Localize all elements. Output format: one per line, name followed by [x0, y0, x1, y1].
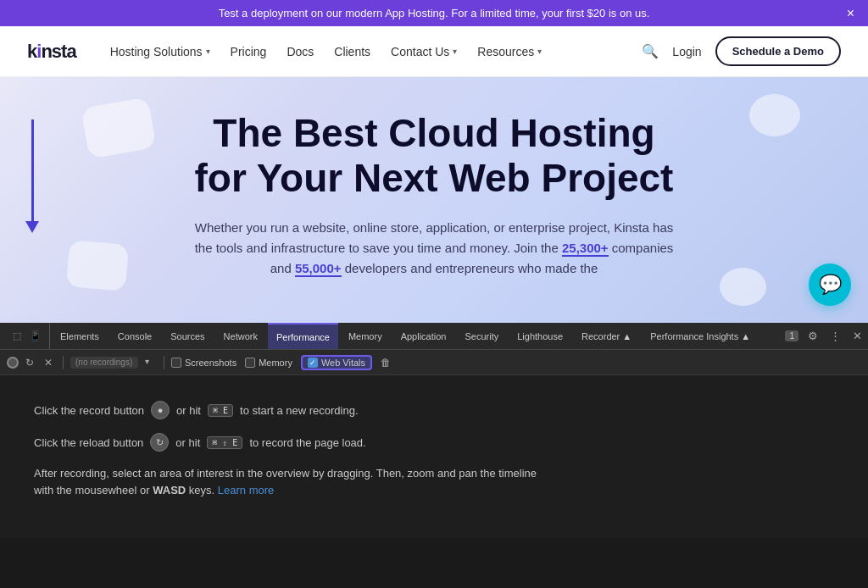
chevron-down-icon: ▾ — [206, 47, 210, 56]
tab-performance[interactable]: Performance — [268, 323, 338, 349]
toolbar-checkboxes: Screenshots Memory ✓ Web Vitals 🗑 — [171, 355, 391, 370]
toolbar-separator-1 — [63, 356, 64, 369]
chevron-down-icon: ▾ — [537, 47, 542, 56]
search-icon[interactable]: 🔍 — [642, 43, 659, 59]
screenshots-checkbox-box[interactable] — [171, 358, 181, 368]
devtools-close-icon[interactable]: ✕ — [850, 330, 865, 342]
reload-shortcut: ⌘ ⇧ E — [207, 436, 242, 449]
hero-subtitle: Whether you run a website, online store,… — [188, 218, 680, 279]
login-button[interactable]: Login — [672, 45, 701, 58]
nav-hosting-solutions[interactable]: Hosting Solutions ▾ — [110, 45, 210, 58]
web-vitals-checkbox-box[interactable]: ✓ — [308, 358, 318, 368]
learn-more-link[interactable]: Learn more — [218, 484, 274, 496]
screenshots-checkbox[interactable]: Screenshots — [171, 358, 236, 368]
hero-heading: The Best Cloud Hosting for Your Next Web… — [27, 111, 841, 201]
instruction-reload: Click the reload button ↻ or hit ⌘ ⇧ E t… — [34, 433, 834, 452]
tab-recorder[interactable]: Recorder ▲ — [573, 323, 640, 349]
tab-performance-insights[interactable]: Performance Insights ▲ — [642, 323, 759, 349]
devtools-inspect-icon[interactable]: ⬚ — [10, 330, 24, 343]
devtools-content: Click the record button ● or hit ⌘ E to … — [0, 375, 868, 524]
banner-close-button[interactable]: × — [847, 6, 854, 21]
clear-recordings-icon[interactable]: 🗑 — [381, 357, 391, 369]
tab-security[interactable]: Security — [456, 323, 507, 349]
range-dropdown-icon[interactable]: ▾ — [145, 357, 157, 369]
nav-resources[interactable]: Resources ▾ — [477, 45, 542, 58]
devtools-icons: ⬚ 📱 — [3, 323, 50, 349]
announcement-banner: Test a deployment on our modern App Host… — [0, 0, 868, 26]
chat-icon: 💬 — [819, 274, 842, 296]
toolbar-separator-2 — [164, 356, 164, 369]
nav-clients[interactable]: Clients — [334, 45, 370, 58]
tab-network[interactable]: Network — [215, 323, 266, 349]
devtools-tab-actions: 1 ⚙ ⋮ ✕ — [785, 330, 865, 342]
stop-button[interactable]: ✕ — [44, 357, 56, 369]
nav-docs[interactable]: Docs — [287, 45, 314, 58]
tab-elements[interactable]: Elements — [52, 323, 108, 349]
nav-pricing[interactable]: Pricing — [231, 45, 267, 58]
devtools-panel: ⬚ 📱 Elements Console Sources Network Per… — [0, 323, 868, 538]
chat-button[interactable]: 💬 — [809, 263, 851, 306]
tab-lighthouse[interactable]: Lighthouse — [509, 323, 571, 349]
highlight-developers: 55,000+ — [295, 261, 342, 277]
web-vitals-badge[interactable]: ✓ Web Vitals — [301, 355, 372, 370]
decorative-shape-3 — [66, 240, 130, 291]
nav-actions: 🔍 Login Schedule a Demo — [642, 36, 841, 66]
settings-icon[interactable]: ⚙ — [805, 330, 821, 342]
reload-inline-button: ↻ — [150, 433, 169, 452]
memory-checkbox[interactable]: Memory — [245, 358, 292, 368]
highlight-companies: 25,300+ — [562, 241, 609, 257]
tab-console[interactable]: Console — [109, 323, 160, 349]
nav-links: Hosting Solutions ▾ Pricing Docs Clients… — [110, 45, 643, 58]
record-shortcut: ⌘ E — [208, 404, 233, 417]
logo[interactable]: kinsta — [27, 41, 76, 63]
memory-checkbox-box[interactable] — [245, 358, 255, 368]
instruction-record: Click the record button ● or hit ⌘ E to … — [34, 401, 834, 419]
reload-button[interactable]: ↻ — [25, 357, 37, 369]
record-inline-button: ● — [151, 401, 170, 419]
schedule-demo-button[interactable]: Schedule a Demo — [715, 36, 841, 66]
navbar: kinsta Hosting Solutions ▾ Pricing Docs … — [0, 26, 868, 77]
recordings-range[interactable]: (no recordings) — [70, 357, 138, 369]
devtools-badge: 1 — [785, 330, 798, 341]
devtools-tab-bar: ⬚ 📱 Elements Console Sources Network Per… — [0, 323, 868, 350]
devtools-note: After recording, select an area of inter… — [34, 465, 542, 498]
devtools-toolbar: ↻ ✕ (no recordings) ▾ Screenshots Memory… — [0, 350, 868, 375]
tab-application[interactable]: Application — [392, 323, 455, 349]
chevron-down-icon: ▾ — [453, 47, 457, 56]
tab-sources[interactable]: Sources — [162, 323, 213, 349]
arrow-indicator — [25, 119, 39, 233]
hero-section: The Best Cloud Hosting for Your Next Web… — [0, 77, 868, 323]
record-button[interactable] — [7, 357, 19, 369]
nav-contact-us[interactable]: Contact Us ▾ — [391, 45, 457, 58]
decorative-shape-4 — [720, 268, 766, 306]
tab-memory[interactable]: Memory — [340, 323, 391, 349]
banner-text: Test a deployment on our modern App Host… — [219, 7, 650, 19]
more-options-icon[interactable]: ⋮ — [827, 330, 843, 342]
devtools-device-icon[interactable]: 📱 — [29, 330, 42, 343]
